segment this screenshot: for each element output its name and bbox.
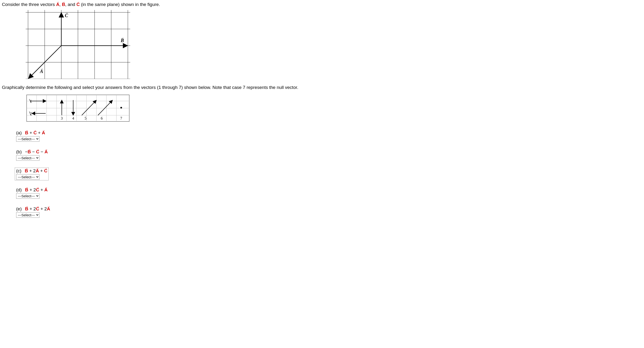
sep-1: , bbox=[60, 2, 62, 7]
part-label: (c) bbox=[16, 168, 22, 173]
option-5-label: 5 bbox=[84, 116, 86, 120]
option-5-arrow bbox=[82, 100, 96, 115]
answer-select[interactable]: ---Select--- bbox=[16, 212, 40, 218]
question-block-b: (b)−B − C − A---Select--- bbox=[16, 149, 642, 161]
operator-text: + 2 bbox=[28, 187, 36, 192]
question-block-a: (a)B + C + A---Select--- bbox=[16, 130, 642, 142]
option-6-arrow bbox=[98, 100, 112, 115]
svg-text:→: → bbox=[121, 36, 124, 40]
intro-prefix: Consider the three vectors bbox=[2, 2, 56, 7]
option-7-point bbox=[120, 107, 122, 109]
vector-symbol-a: A bbox=[44, 187, 48, 192]
vector-a-arrow bbox=[29, 46, 61, 78]
vector-symbol-c: C bbox=[34, 130, 37, 136]
question-block-d: (d)B + 2C + A---Select--- bbox=[16, 187, 642, 199]
question-block-c: (c)B + 2A + C---Select--- bbox=[16, 168, 642, 180]
option-6-label: 6 bbox=[101, 116, 103, 120]
vector-symbol-c: C bbox=[36, 149, 40, 154]
vector-symbol-a: A bbox=[36, 168, 39, 174]
answer-select[interactable]: ---Select--- bbox=[16, 193, 40, 199]
operator-text: + 2 bbox=[28, 206, 36, 211]
main-vector-figure: C → B → A → bbox=[26, 10, 642, 80]
answer-select[interactable]: ---Select--- bbox=[16, 174, 40, 180]
operator-text: + 2 bbox=[28, 168, 36, 173]
option-7-label: 7 bbox=[120, 116, 122, 120]
vector-symbol-b: B bbox=[25, 206, 28, 212]
vector-symbol-b: B bbox=[28, 149, 31, 154]
svg-text:→: → bbox=[40, 67, 43, 70]
option-4-label: 4 bbox=[72, 116, 74, 120]
options-svg: 1 2 3 4 5 6 7 bbox=[26, 94, 130, 122]
vector-symbol-b: B bbox=[25, 168, 28, 174]
svg-text:→: → bbox=[65, 11, 68, 15]
operator-text: − bbox=[39, 149, 44, 154]
part-label: (a) bbox=[16, 130, 22, 135]
operator-text: + bbox=[28, 130, 34, 135]
sep-2: , and bbox=[65, 2, 76, 7]
operator-text: + bbox=[36, 130, 42, 135]
operator-text: − bbox=[31, 149, 36, 154]
question-expression: (b)−B − C − A bbox=[16, 149, 48, 154]
operator-text: + bbox=[39, 168, 44, 173]
intro-text: Consider the three vectors A, B, and C (… bbox=[2, 2, 642, 7]
question-block-e: (e)B + 2C + 2A---Select--- bbox=[16, 206, 642, 218]
question-expression: (a)B + C + A bbox=[16, 130, 45, 136]
vector-c-label: C bbox=[76, 2, 80, 7]
question-expression: (c)B + 2A + C bbox=[16, 168, 47, 174]
vector-b-label: B bbox=[62, 2, 65, 7]
vector-symbol-c: C bbox=[36, 187, 39, 192]
operator-text: + 2 bbox=[39, 206, 47, 211]
part-label: (b) bbox=[16, 149, 22, 154]
question-expression: (e)B + 2C + 2A bbox=[16, 206, 50, 212]
vector-symbol-a: A bbox=[42, 130, 45, 136]
vector-symbol-c: C bbox=[36, 206, 39, 212]
vector-symbol-b: B bbox=[25, 130, 28, 136]
answer-select[interactable]: ---Select--- bbox=[16, 155, 40, 161]
question-expression: (d)B + 2C + A bbox=[16, 187, 48, 192]
vector-grid-svg: C → B → A → bbox=[26, 10, 130, 79]
part-label: (d) bbox=[16, 187, 22, 192]
operator-text: + bbox=[39, 187, 44, 192]
options-figure: 1 2 3 4 5 6 7 bbox=[26, 94, 642, 124]
vector-symbol-a: A bbox=[47, 206, 50, 212]
vector-symbol-a: A bbox=[44, 149, 48, 154]
instruction-text: Graphically determine the following and … bbox=[2, 85, 642, 90]
part-label: (e) bbox=[16, 206, 22, 211]
operator-text: − bbox=[25, 149, 28, 154]
vector-symbol-b: B bbox=[25, 187, 28, 192]
intro-suffix: (in the same plane) shown in the figure. bbox=[81, 2, 160, 7]
option-3-label: 3 bbox=[61, 116, 63, 120]
vector-symbol-c: C bbox=[44, 168, 48, 174]
answer-select[interactable]: ---Select--- bbox=[16, 136, 40, 142]
vector-a-label: A bbox=[56, 2, 60, 7]
